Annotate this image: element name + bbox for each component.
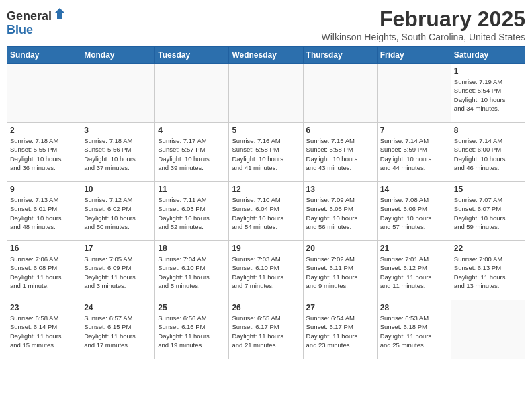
- calendar-day-cell: 20Sunrise: 7:02 AM Sunset: 6:11 PM Dayli…: [303, 241, 377, 300]
- day-number: 16: [10, 244, 78, 253]
- calendar-day-cell: 25Sunrise: 6:56 AM Sunset: 6:16 PM Dayli…: [155, 300, 229, 359]
- day-info: Sunrise: 7:16 AM Sunset: 5:58 PM Dayligh…: [232, 136, 300, 172]
- day-number: 18: [158, 244, 226, 253]
- weekday-header: Friday: [377, 47, 451, 64]
- calendar-week-row: 16Sunrise: 7:06 AM Sunset: 6:08 PM Dayli…: [7, 241, 525, 300]
- calendar-day-cell: 12Sunrise: 7:10 AM Sunset: 6:04 PM Dayli…: [229, 182, 303, 241]
- weekday-header: Wednesday: [229, 47, 303, 64]
- day-info: Sunrise: 7:11 AM Sunset: 6:03 PM Dayligh…: [158, 195, 226, 231]
- day-info: Sunrise: 7:18 AM Sunset: 5:56 PM Dayligh…: [84, 136, 152, 172]
- calendar-day-cell: 26Sunrise: 6:55 AM Sunset: 6:17 PM Dayli…: [229, 300, 303, 359]
- day-info: Sunrise: 7:12 AM Sunset: 6:02 PM Dayligh…: [84, 195, 152, 231]
- weekday-header: Thursday: [303, 47, 377, 64]
- calendar-day-cell: [229, 64, 303, 123]
- day-number: 19: [232, 244, 300, 253]
- location-title: Wilkinson Heights, South Carolina, Unite…: [322, 32, 525, 42]
- day-number: 11: [158, 185, 226, 194]
- day-info: Sunrise: 7:08 AM Sunset: 6:06 PM Dayligh…: [380, 195, 448, 231]
- day-info: Sunrise: 6:53 AM Sunset: 6:18 PM Dayligh…: [380, 314, 448, 349]
- logo-icon: [53, 7, 66, 20]
- day-number: 23: [10, 303, 78, 312]
- day-number: 13: [306, 185, 374, 194]
- calendar-day-cell: [451, 300, 525, 359]
- calendar-day-cell: 18Sunrise: 7:04 AM Sunset: 6:10 PM Dayli…: [155, 241, 229, 300]
- day-info: Sunrise: 7:01 AM Sunset: 6:12 PM Dayligh…: [380, 255, 448, 290]
- calendar-day-cell: 22Sunrise: 7:00 AM Sunset: 6:13 PM Dayli…: [451, 241, 525, 300]
- logo-blue-text: Blue: [7, 23, 33, 36]
- day-number: 6: [306, 126, 374, 135]
- calendar-day-cell: 17Sunrise: 7:05 AM Sunset: 6:09 PM Dayli…: [81, 241, 155, 300]
- day-number: 4: [158, 126, 226, 135]
- calendar-day-cell: 21Sunrise: 7:01 AM Sunset: 6:12 PM Dayli…: [377, 241, 451, 300]
- title-block: February 2025 Wilkinson Heights, South C…: [322, 7, 525, 42]
- calendar-day-cell: 4Sunrise: 7:17 AM Sunset: 5:57 PM Daylig…: [155, 123, 229, 182]
- day-number: 14: [380, 185, 448, 194]
- calendar-day-cell: 8Sunrise: 7:14 AM Sunset: 6:00 PM Daylig…: [451, 123, 525, 182]
- day-info: Sunrise: 6:55 AM Sunset: 6:17 PM Dayligh…: [232, 314, 300, 349]
- day-info: Sunrise: 7:18 AM Sunset: 5:55 PM Dayligh…: [10, 136, 78, 172]
- calendar-day-cell: 11Sunrise: 7:11 AM Sunset: 6:03 PM Dayli…: [155, 182, 229, 241]
- calendar-week-row: 1Sunrise: 7:19 AM Sunset: 5:54 PM Daylig…: [7, 64, 525, 123]
- calendar-week-row: 9Sunrise: 7:13 AM Sunset: 6:01 PM Daylig…: [7, 182, 525, 241]
- calendar-day-cell: 24Sunrise: 6:57 AM Sunset: 6:15 PM Dayli…: [81, 300, 155, 359]
- day-number: 24: [84, 303, 152, 312]
- calendar-day-cell: [377, 64, 451, 123]
- calendar-day-cell: 19Sunrise: 7:03 AM Sunset: 6:10 PM Dayli…: [229, 241, 303, 300]
- calendar-day-cell: 7Sunrise: 7:14 AM Sunset: 5:59 PM Daylig…: [377, 123, 451, 182]
- day-number: 17: [84, 244, 152, 253]
- day-number: 22: [454, 244, 522, 253]
- day-info: Sunrise: 7:04 AM Sunset: 6:10 PM Dayligh…: [158, 255, 226, 290]
- calendar-day-cell: [81, 64, 155, 123]
- calendar-day-cell: 27Sunrise: 6:54 AM Sunset: 6:17 PM Dayli…: [303, 300, 377, 359]
- logo-general-text: General: [7, 9, 52, 23]
- calendar-header-row: SundayMondayTuesdayWednesdayThursdayFrid…: [7, 47, 525, 64]
- day-info: Sunrise: 7:14 AM Sunset: 6:00 PM Dayligh…: [454, 136, 522, 172]
- day-info: Sunrise: 7:03 AM Sunset: 6:10 PM Dayligh…: [232, 255, 300, 290]
- day-number: 3: [84, 126, 152, 135]
- day-number: 1: [454, 66, 522, 76]
- calendar-day-cell: 1Sunrise: 7:19 AM Sunset: 5:54 PM Daylig…: [451, 64, 525, 123]
- day-info: Sunrise: 7:00 AM Sunset: 6:13 PM Dayligh…: [454, 255, 522, 290]
- day-number: 2: [10, 126, 78, 135]
- day-number: 28: [380, 303, 448, 312]
- calendar-day-cell: 9Sunrise: 7:13 AM Sunset: 6:01 PM Daylig…: [7, 182, 81, 241]
- weekday-header: Tuesday: [155, 47, 229, 64]
- calendar-day-cell: [155, 64, 229, 123]
- month-title: February 2025: [322, 7, 525, 32]
- day-number: 7: [380, 126, 448, 135]
- day-info: Sunrise: 7:06 AM Sunset: 6:08 PM Dayligh…: [10, 255, 78, 290]
- day-info: Sunrise: 6:57 AM Sunset: 6:15 PM Dayligh…: [84, 314, 152, 349]
- day-number: 15: [454, 185, 522, 194]
- day-number: 5: [232, 126, 300, 135]
- day-info: Sunrise: 7:15 AM Sunset: 5:58 PM Dayligh…: [306, 136, 374, 172]
- calendar-day-cell: 14Sunrise: 7:08 AM Sunset: 6:06 PM Dayli…: [377, 182, 451, 241]
- calendar-day-cell: 16Sunrise: 7:06 AM Sunset: 6:08 PM Dayli…: [7, 241, 81, 300]
- day-info: Sunrise: 7:17 AM Sunset: 5:57 PM Dayligh…: [158, 136, 226, 172]
- calendar-day-cell: 13Sunrise: 7:09 AM Sunset: 6:05 PM Dayli…: [303, 182, 377, 241]
- weekday-header: Sunday: [7, 47, 81, 64]
- day-number: 8: [454, 126, 522, 135]
- logo: General Blue: [7, 7, 66, 37]
- day-info: Sunrise: 6:54 AM Sunset: 6:17 PM Dayligh…: [306, 314, 374, 349]
- day-number: 12: [232, 185, 300, 194]
- calendar-day-cell: [7, 64, 81, 123]
- day-info: Sunrise: 7:07 AM Sunset: 6:07 PM Dayligh…: [454, 195, 522, 231]
- day-number: 26: [232, 303, 300, 312]
- day-info: Sunrise: 7:02 AM Sunset: 6:11 PM Dayligh…: [306, 255, 374, 290]
- calendar-day-cell: 3Sunrise: 7:18 AM Sunset: 5:56 PM Daylig…: [81, 123, 155, 182]
- day-info: Sunrise: 7:19 AM Sunset: 5:54 PM Dayligh…: [454, 77, 522, 113]
- svg-marker-0: [54, 8, 65, 19]
- day-info: Sunrise: 7:05 AM Sunset: 6:09 PM Dayligh…: [84, 255, 152, 290]
- day-number: 21: [380, 244, 448, 253]
- day-info: Sunrise: 6:58 AM Sunset: 6:14 PM Dayligh…: [10, 314, 78, 349]
- day-number: 27: [306, 303, 374, 312]
- calendar-day-cell: 6Sunrise: 7:15 AM Sunset: 5:58 PM Daylig…: [303, 123, 377, 182]
- calendar-table: SundayMondayTuesdayWednesdayThursdayFrid…: [7, 46, 525, 359]
- calendar-day-cell: [303, 64, 377, 123]
- calendar-day-cell: 15Sunrise: 7:07 AM Sunset: 6:07 PM Dayli…: [451, 182, 525, 241]
- day-info: Sunrise: 7:14 AM Sunset: 5:59 PM Dayligh…: [380, 136, 448, 172]
- calendar-week-row: 23Sunrise: 6:58 AM Sunset: 6:14 PM Dayli…: [7, 300, 525, 359]
- day-number: 9: [10, 185, 78, 194]
- calendar-week-row: 2Sunrise: 7:18 AM Sunset: 5:55 PM Daylig…: [7, 123, 525, 182]
- calendar-day-cell: 28Sunrise: 6:53 AM Sunset: 6:18 PM Dayli…: [377, 300, 451, 359]
